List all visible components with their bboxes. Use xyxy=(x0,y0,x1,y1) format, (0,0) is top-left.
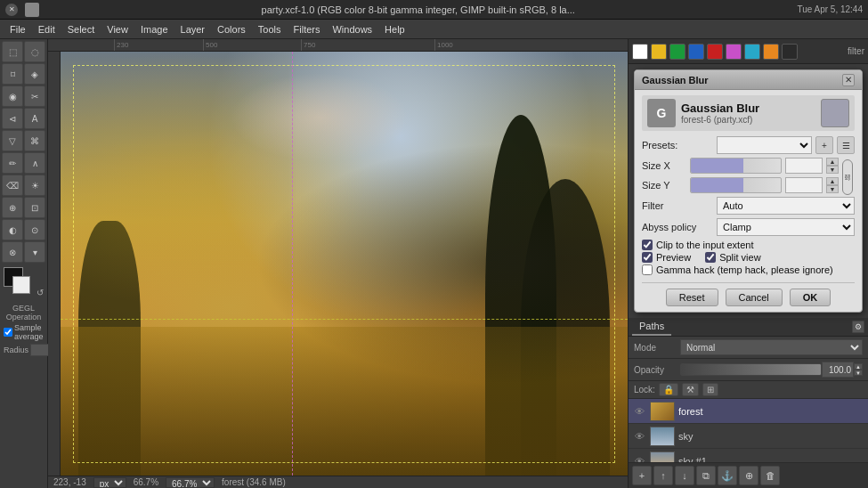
layer-item-forest[interactable]: 👁 forest xyxy=(629,399,868,424)
tool-eraser[interactable]: ⌫ xyxy=(2,175,23,196)
color-chip-dark[interactable] xyxy=(782,44,798,60)
tool-clone[interactable]: ⊕ xyxy=(2,197,23,218)
reset-colors[interactable]: ↺ xyxy=(37,288,44,297)
filter-select[interactable]: Auto xyxy=(717,197,855,215)
canvas-image[interactable] xyxy=(61,52,628,476)
tool-fuzzy-select[interactable]: ◈ xyxy=(24,63,45,85)
preview-checkbox[interactable] xyxy=(642,252,653,263)
tool-free-select[interactable]: ⌑ xyxy=(2,63,23,85)
menu-item-colors[interactable]: Colors xyxy=(211,22,252,37)
close-icon[interactable]: ✕ xyxy=(5,4,18,16)
abyss-label: Abyss policy xyxy=(642,222,713,232)
color-chip-blue[interactable] xyxy=(688,44,704,60)
color-swatch-area: ↺ xyxy=(4,267,44,297)
ok-btn[interactable]: OK xyxy=(790,289,831,306)
opacity-up[interactable]: ▲ xyxy=(854,363,863,370)
tool-airbrush[interactable]: ☀ xyxy=(24,175,45,196)
opacity-input[interactable] xyxy=(822,362,854,378)
layer-eye-forest[interactable]: 👁 xyxy=(632,404,646,419)
size-y-up[interactable]: ▲ xyxy=(826,177,839,185)
titlebar: ✕ party.xcf-1.0 (RGB color 8-bit gamma i… xyxy=(0,0,868,20)
color-chip-red[interactable] xyxy=(707,44,723,60)
color-chip-magenta[interactable] xyxy=(726,44,742,60)
split-view-checkbox[interactable] xyxy=(705,252,716,263)
raise-layer-btn[interactable]: ↑ xyxy=(653,466,673,485)
merge-layer-btn[interactable]: ⊕ xyxy=(739,466,758,485)
color-chip-orange[interactable] xyxy=(763,44,779,60)
tool-select-by-color[interactable]: ◉ xyxy=(2,85,23,107)
menu-item-filters[interactable]: Filters xyxy=(288,22,327,37)
presets-select[interactable] xyxy=(717,136,812,154)
menu-item-help[interactable]: Help xyxy=(378,22,411,37)
size-y-down[interactable]: ▼ xyxy=(826,185,839,193)
tool-blend[interactable]: ⌘ xyxy=(24,130,45,151)
size-y-input[interactable]: 14.24 xyxy=(785,177,823,193)
tool-pencil[interactable]: ✏ xyxy=(2,152,23,174)
tool-paths[interactable]: ⊲ xyxy=(2,108,23,129)
color-chip-green[interactable] xyxy=(669,44,685,60)
chain-icon[interactable]: ⛓ xyxy=(842,159,853,195)
tool-row-10: ⊗ ▾ xyxy=(2,241,45,263)
presets-menu-btn[interactable]: ☰ xyxy=(837,136,855,154)
duplicate-layer-btn[interactable]: ⧉ xyxy=(696,466,716,485)
tool-ellipse-select[interactable]: ◌ xyxy=(24,41,45,62)
lock-alpha-btn[interactable]: ⚒ xyxy=(682,383,699,396)
menu-item-tools[interactable]: Tools xyxy=(252,22,288,37)
app-icon xyxy=(25,3,39,17)
tool-smudge[interactable]: ▾ xyxy=(24,241,45,263)
opacity-slider[interactable] xyxy=(680,363,822,376)
tab-paths[interactable]: Paths xyxy=(632,318,671,336)
layer-eye-sky[interactable]: 👁 xyxy=(632,429,646,443)
opacity-down[interactable]: ▼ xyxy=(854,370,863,376)
size-x-slider[interactable] xyxy=(690,158,782,174)
lower-layer-btn[interactable]: ↓ xyxy=(675,466,694,485)
size-y-slider[interactable] xyxy=(690,177,782,193)
menu-item-select[interactable]: Select xyxy=(61,22,101,37)
tool-bucket-fill[interactable]: ▽ xyxy=(2,130,23,151)
menu-item-layer[interactable]: Layer xyxy=(174,22,212,37)
tool-heal[interactable]: ⊡ xyxy=(24,197,45,218)
tool-perspective-clone[interactable]: ◐ xyxy=(2,219,23,240)
menu-item-windows[interactable]: Windows xyxy=(326,22,378,37)
size-x-down[interactable]: ▼ xyxy=(826,166,839,174)
layer-item-sky1[interactable]: 👁 sky #1 xyxy=(629,449,868,462)
lock-position-btn[interactable]: ⊞ xyxy=(702,383,718,396)
clip-checkbox[interactable] xyxy=(642,240,653,250)
color-chip-white[interactable] xyxy=(632,44,648,60)
lock-pixels-btn[interactable]: 🔒 xyxy=(659,383,678,396)
layer-eye-sky1[interactable]: 👁 xyxy=(632,454,646,463)
size-x-up[interactable]: ▲ xyxy=(826,158,839,166)
tool-blur[interactable]: ⊙ xyxy=(24,219,45,240)
menu-item-file[interactable]: File xyxy=(4,22,32,37)
delete-layer-btn[interactable]: 🗑 xyxy=(760,466,780,485)
split-checkbox-row: Split view xyxy=(705,252,760,263)
menu-item-view[interactable]: View xyxy=(101,22,134,37)
menu-item-edit[interactable]: Edit xyxy=(32,22,61,37)
tool-paintbrush[interactable]: ∧ xyxy=(24,152,45,174)
zoom-select[interactable]: 66.7% xyxy=(166,477,215,488)
color-filter-menu[interactable]: filter xyxy=(848,46,864,56)
dialog-close-btn[interactable]: ✕ xyxy=(842,74,855,86)
new-layer-btn[interactable]: + xyxy=(632,466,652,485)
tool-scissors[interactable]: ✂ xyxy=(24,85,45,107)
color-chip-cyan[interactable] xyxy=(744,44,760,60)
layers-config-btn[interactable]: ⚙ xyxy=(852,321,864,333)
color-chip-yellow[interactable] xyxy=(651,44,667,60)
unit-select[interactable]: px xyxy=(93,477,126,488)
abyss-select[interactable]: Clamp xyxy=(717,218,855,236)
tool-text[interactable]: A xyxy=(24,108,45,129)
layer-item-sky[interactable]: 👁 sky xyxy=(629,424,868,449)
gamma-checkbox[interactable] xyxy=(642,264,653,275)
cancel-btn[interactable]: Cancel xyxy=(726,289,783,306)
anchor-layer-btn[interactable]: ⚓ xyxy=(718,466,737,485)
size-x-input[interactable]: 14.24 xyxy=(785,158,823,174)
tool-dodge-burn[interactable]: ⊗ xyxy=(2,241,23,263)
presets-add-btn[interactable]: + xyxy=(815,136,833,154)
background-color[interactable] xyxy=(12,276,30,294)
mode-select[interactable]: Normal xyxy=(680,339,863,355)
sample-average-check[interactable] xyxy=(4,328,12,337)
tool-rect-select[interactable]: ⬚ xyxy=(2,41,23,62)
preview-label: Preview xyxy=(656,252,691,263)
reset-btn[interactable]: Reset xyxy=(666,289,718,306)
menu-item-image[interactable]: Image xyxy=(134,22,174,37)
